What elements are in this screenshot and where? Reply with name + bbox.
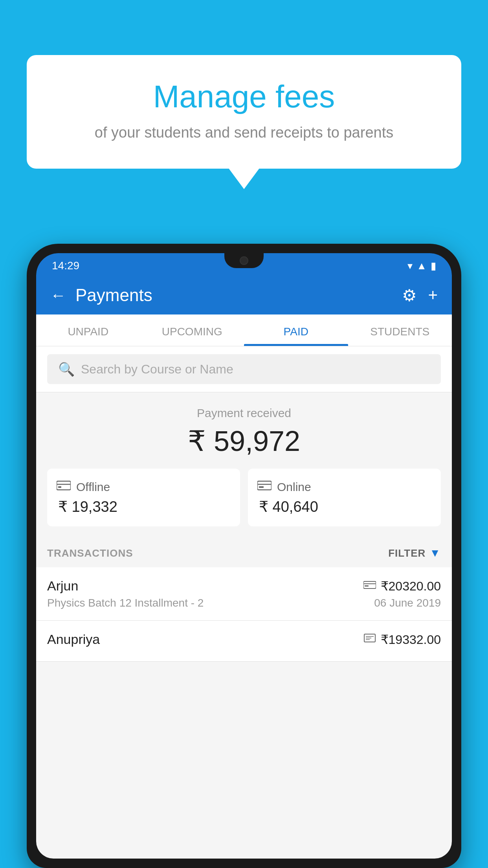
phone-frame: 14:29 ▾ ▲ ▮ ← Payments ⚙ + UNPAID <box>27 244 461 868</box>
payment-total: ₹ 59,972 <box>47 425 441 458</box>
search-icon: 🔍 <box>58 361 75 377</box>
search-bar-container: 🔍 Search by Course or Name <box>36 346 452 392</box>
app-bar: ← Payments ⚙ + <box>36 276 452 314</box>
payment-cards: Offline ₹ 19,332 <box>47 469 441 526</box>
offline-card-header: Offline <box>57 480 231 494</box>
online-label: Online <box>277 480 311 494</box>
svg-rect-6 <box>363 581 376 588</box>
svg-rect-0 <box>57 481 71 490</box>
battery-icon: ▮ <box>431 260 436 272</box>
wifi-icon: ▾ <box>407 260 413 272</box>
phone-notch <box>224 253 264 268</box>
offline-label: Offline <box>76 480 110 494</box>
svg-rect-3 <box>257 481 272 490</box>
svg-rect-5 <box>259 486 264 488</box>
online-card: Online ₹ 40,640 <box>248 469 441 526</box>
filter-label: FILTER <box>388 547 426 559</box>
status-time: 14:29 <box>52 259 79 272</box>
transaction-amount-row-2: ₹19332.00 <box>363 632 441 647</box>
transaction-bottom-1: Physics Batch 12 Installment - 2 06 June… <box>47 597 441 609</box>
back-button[interactable]: ← <box>50 287 66 304</box>
online-amount: ₹ 40,640 <box>257 498 431 515</box>
app-bar-actions: ⚙ + <box>402 286 438 305</box>
settings-icon[interactable]: ⚙ <box>402 286 417 305</box>
svg-rect-2 <box>58 486 61 488</box>
speech-bubble-container: Manage fees of your students and send re… <box>27 55 461 169</box>
svg-rect-8 <box>365 585 369 587</box>
tab-paid[interactable]: PAID <box>244 314 348 346</box>
transaction-name-1: Arjun <box>47 578 78 594</box>
transactions-label: TRANSACTIONS <box>47 547 133 559</box>
online-icon <box>257 480 272 494</box>
offline-card: Offline ₹ 19,332 <box>47 469 240 526</box>
status-icons: ▾ ▲ ▮ <box>407 260 436 272</box>
phone-screen: 🔍 Search by Course or Name Payment recei… <box>36 346 452 859</box>
transaction-type-icon-2 <box>363 633 376 646</box>
payment-summary: Payment received ₹ 59,972 <box>36 392 452 537</box>
transaction-top-1: Arjun ₹20320.00 <box>47 578 441 594</box>
transaction-row[interactable]: Anupriya ₹19332.00 <box>36 621 452 662</box>
search-input[interactable]: Search by Course or Name <box>81 362 233 377</box>
filter-icon: ▼ <box>429 547 441 559</box>
transaction-type-icon-1 <box>363 580 376 592</box>
signal-icon: ▲ <box>416 260 427 272</box>
tab-unpaid[interactable]: UNPAID <box>36 314 140 346</box>
offline-icon <box>57 480 71 494</box>
phone-inner: 14:29 ▾ ▲ ▮ ← Payments ⚙ + UNPAID <box>36 253 452 859</box>
transaction-amount-1: ₹20320.00 <box>381 579 441 594</box>
transaction-amount-2: ₹19332.00 <box>381 632 441 647</box>
app-bar-title: Payments <box>75 285 393 305</box>
speech-bubble: Manage fees of your students and send re… <box>27 55 461 169</box>
transaction-date-1: 06 June 2019 <box>374 597 441 609</box>
offline-amount: ₹ 19,332 <box>57 498 231 515</box>
search-bar[interactable]: 🔍 Search by Course or Name <box>47 354 441 384</box>
transaction-name-2: Anupriya <box>47 632 100 647</box>
transaction-row[interactable]: Arjun ₹20320.00 <box>36 567 452 621</box>
tab-students[interactable]: STUDENTS <box>348 314 452 346</box>
tab-upcoming[interactable]: UPCOMING <box>140 314 244 346</box>
online-card-header: Online <box>257 480 431 494</box>
filter-button[interactable]: FILTER ▼ <box>388 547 441 559</box>
bubble-title: Manage fees <box>58 79 430 115</box>
transaction-course-1: Physics Batch 12 Installment - 2 <box>47 597 204 609</box>
transaction-amount-row-1: ₹20320.00 <box>363 579 441 594</box>
transaction-top-2: Anupriya ₹19332.00 <box>47 632 441 647</box>
tab-bar: UNPAID UPCOMING PAID STUDENTS <box>36 314 452 346</box>
phone-outer: 14:29 ▾ ▲ ▮ ← Payments ⚙ + UNPAID <box>27 244 461 868</box>
notch-camera <box>240 256 248 265</box>
bubble-subtitle: of your students and send receipts to pa… <box>58 124 430 141</box>
payment-received-label: Payment received <box>47 406 441 420</box>
transactions-header: TRANSACTIONS FILTER ▼ <box>36 537 452 567</box>
add-icon[interactable]: + <box>428 286 438 305</box>
